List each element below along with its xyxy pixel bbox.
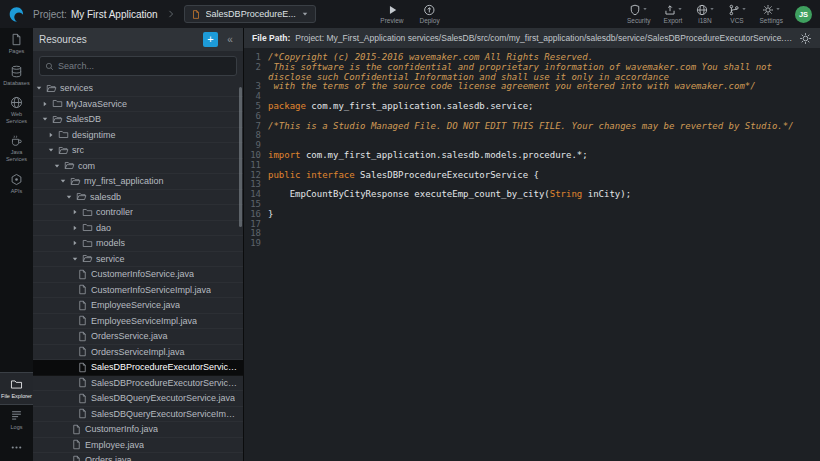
tree-item-salesdb[interactable]: salesdb <box>33 190 243 206</box>
tree-item-com[interactable]: com <box>33 159 243 175</box>
code-line: 18 <box>244 229 820 239</box>
code-line: 12public interface SalesDBProcedureExecu… <box>244 171 820 181</box>
rail-item-file-explorer[interactable]: File Explorer <box>0 373 33 405</box>
file-selector-dropdown[interactable]: SalesDBProcedureE... <box>184 5 316 23</box>
code-line: 10import com.my_first_application.salesd… <box>244 151 820 161</box>
tree-item-label: services <box>60 83 93 93</box>
tree-item-models[interactable]: models <box>33 236 243 252</box>
resources-panel: Resources + « servicesMyJavaServiceSales… <box>33 28 244 461</box>
tree-item-orders-java[interactable]: Orders.java <box>33 453 243 461</box>
tree-item-label: CustomerInfoServiceImpl.java <box>91 285 211 295</box>
tree-item-designtime[interactable]: designtime <box>33 128 243 144</box>
tree-item-salesdb[interactable]: SalesDB <box>33 112 243 128</box>
caret-down-icon <box>41 115 49 123</box>
file-icon <box>77 362 88 373</box>
tree-scrollbar[interactable] <box>239 87 242 227</box>
rail-item-java-services[interactable]: Java Services <box>0 129 33 167</box>
tree-item-label: MyJavaService <box>66 99 127 109</box>
add-resource-button[interactable]: + <box>203 32 218 47</box>
tree-item-salesdbqueryexecutorservice-java[interactable]: SalesDBQueryExecutorService.java <box>33 391 243 407</box>
folder-open-icon <box>46 83 57 94</box>
user-avatar[interactable]: JS <box>795 6 812 23</box>
tree-item-my-first-application[interactable]: my_first_application <box>33 174 243 190</box>
tree-item-controller[interactable]: controller <box>33 205 243 221</box>
tree-item-src[interactable]: src <box>33 143 243 159</box>
tree-item-employeeserviceimpl-java[interactable]: EmployeeServiceImpl.java <box>33 314 243 330</box>
gear-icon[interactable] <box>799 32 812 45</box>
tree-item-label: service <box>96 254 125 264</box>
tree-item-customerinfoservice-java[interactable]: CustomerInfoService.java <box>33 267 243 283</box>
security-button[interactable]: Security <box>627 4 650 24</box>
tree-item-services[interactable]: services <box>33 81 243 97</box>
rail-item-logs[interactable]: Logs <box>0 404 33 436</box>
code-line: 8 <box>244 131 820 141</box>
folder-icon <box>82 222 93 233</box>
caret-down-icon <box>71 255 79 263</box>
code-text: import com.my_first_application.salesdb.… <box>268 151 820 161</box>
rail-item-apis[interactable]: APIs <box>0 168 33 200</box>
collapse-panel-button[interactable]: « <box>223 32 237 47</box>
tree-item-ordersserviceimpl-java[interactable]: OrdersServiceImpl.java <box>33 345 243 361</box>
database-icon <box>10 65 23 78</box>
code-line: 15 <box>244 200 820 210</box>
tree-item-salesdbprocedureexecutorservice-java[interactable]: SalesDBProcedureExecutorService.java <box>33 360 243 376</box>
vcs-button[interactable]: VCS <box>728 4 747 24</box>
tree-item-employeeservice-java[interactable]: EmployeeService.java <box>33 298 243 314</box>
code-text: /*This is a Studio Managed File. DO NOT … <box>268 122 820 132</box>
i18n-button[interactable]: i18N <box>696 4 715 24</box>
tree-item-customerinfo-java[interactable]: CustomerInfo.java <box>33 422 243 438</box>
tree-item-ordersservice-java[interactable]: OrdersService.java <box>33 329 243 345</box>
rail-item-more[interactable] <box>0 436 33 461</box>
caret-down-icon <box>301 10 309 18</box>
tree-item-label: com <box>78 161 95 171</box>
tree-item-label: SalesDBProcedureExecutorService.java <box>91 362 239 372</box>
rail-item-label: Java Services <box>1 149 32 162</box>
shield-icon <box>629 4 641 16</box>
rail-item-label: APIs <box>11 188 23 195</box>
tree-item-myjavaservice[interactable]: MyJavaService <box>33 97 243 113</box>
code-editor[interactable]: 1/*Copyright (c) 2015-2016 wavemaker.com… <box>244 48 820 461</box>
code-token: /*This is a Studio Managed File. DO NOT … <box>268 121 794 131</box>
code-token: This software is the confidential and pr… <box>268 62 777 82</box>
export-button[interactable]: Export <box>664 4 683 24</box>
tree-item-service[interactable]: service <box>33 252 243 268</box>
code-text <box>268 131 820 141</box>
code-line: 5package com.my_first_application.salesd… <box>244 102 820 112</box>
code-token: com.my_first_application.salesdb.models.… <box>301 150 588 160</box>
folder-icon <box>82 207 93 218</box>
rail-item-label: Logs <box>11 424 23 431</box>
caret-down-icon <box>677 6 683 12</box>
tree-item-label: CustomerInfo.java <box>85 424 158 434</box>
rail-item-web-services[interactable]: Web Services <box>0 91 33 129</box>
caret-right-icon <box>71 208 79 216</box>
file-icon <box>77 300 88 311</box>
folder-icon <box>58 129 69 140</box>
tree-item-label: salesdb <box>90 192 121 202</box>
code-text <box>268 239 820 249</box>
settings-button[interactable]: Settings <box>760 4 784 24</box>
gear-icon <box>762 4 774 16</box>
code-line: 19 <box>244 239 820 249</box>
tree-item-label: SalesDBQueryExecutorServiceImpl.java <box>91 409 239 419</box>
code-token: /*Copyright (c) 2015-2016 wavemaker.com … <box>268 52 593 62</box>
preview-button[interactable]: Preview <box>380 4 403 24</box>
code-text <box>268 229 820 239</box>
tree-item-label: CustomerInfoService.java <box>91 269 194 279</box>
tree-item-salesdbqueryexecutorserviceimpl-java[interactable]: SalesDBQueryExecutorServiceImpl.java <box>33 407 243 423</box>
tree-item-dao[interactable]: dao <box>33 221 243 237</box>
code-text: package com.my_first_application.salesdb… <box>268 102 820 112</box>
file-selector-value: SalesDBProcedureE... <box>206 9 296 19</box>
folder-icon <box>82 238 93 249</box>
code-text: } <box>268 210 820 220</box>
tree-item-salesdbprocedureexecutorserviceimpl-java[interactable]: SalesDBProcedureExecutorServiceImpl.java <box>33 376 243 392</box>
code-token: public interface <box>268 170 355 180</box>
search-input[interactable] <box>58 61 231 71</box>
file-icon <box>77 284 88 295</box>
rail-item-pages[interactable]: Pages <box>0 28 33 60</box>
deploy-button[interactable]: Deploy <box>419 4 439 24</box>
tree-item-employee-java[interactable]: Employee.java <box>33 438 243 454</box>
tree-item-customerinfoserviceimpl-java[interactable]: CustomerInfoServiceImpl.java <box>33 283 243 299</box>
tree-item-label: my_first_application <box>84 176 164 186</box>
rail-item-databases[interactable]: Databases <box>0 60 33 92</box>
line-number: 2 <box>244 63 268 83</box>
